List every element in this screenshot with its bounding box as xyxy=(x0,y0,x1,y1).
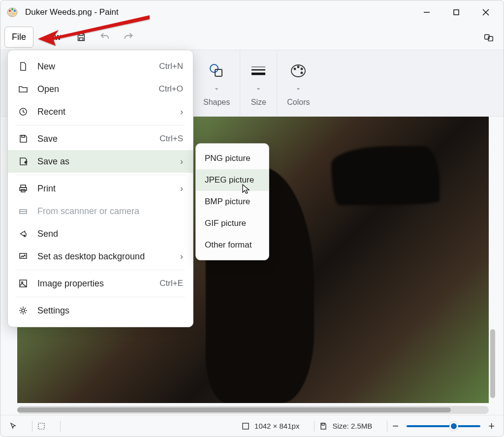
svg-rect-26 xyxy=(322,423,324,425)
redo-button[interactable] xyxy=(118,26,139,48)
menu-label: Save as xyxy=(37,156,69,167)
svg-point-5 xyxy=(10,13,13,15)
file-new-icon xyxy=(18,62,29,71)
menu-label: From scannner or camera xyxy=(37,206,139,217)
menu-item-save[interactable]: Save Ctrl+S xyxy=(8,127,193,150)
menu-label: Print xyxy=(37,184,56,194)
svg-point-36 xyxy=(22,309,25,312)
menu-item-open[interactable]: Open Ctrl+O xyxy=(8,78,193,100)
ribbon-group-shapes[interactable]: ⌄ Shapes xyxy=(193,50,240,116)
svg-point-14 xyxy=(210,64,218,72)
scanner-icon xyxy=(18,206,29,216)
file-menu-button[interactable]: File xyxy=(4,27,33,48)
menu-item-recent[interactable]: Recent › xyxy=(8,100,193,123)
menu-item-desktop-background[interactable]: Set as desktop background › xyxy=(8,245,193,268)
zoom-slider[interactable] xyxy=(407,425,480,427)
submenu-item-png[interactable]: PNG picture xyxy=(196,148,269,169)
line-size-icon xyxy=(250,60,267,82)
svg-rect-11 xyxy=(79,38,83,41)
image-properties-icon xyxy=(18,279,29,288)
save-as-submenu: PNG picture JPEG picture BMP picture GIF… xyxy=(195,143,269,260)
menu-item-image-properties[interactable]: Image properties Ctrl+E xyxy=(8,272,193,295)
shapes-icon xyxy=(208,60,225,82)
undo-button[interactable] xyxy=(94,26,116,48)
svg-point-23 xyxy=(301,72,303,73)
chevron-right-icon: › xyxy=(180,184,183,194)
close-button[interactable] xyxy=(480,6,492,18)
cursor-position-tool xyxy=(9,422,27,430)
ribbon-group-size[interactable]: ⌄ Size xyxy=(240,50,277,116)
window-controls xyxy=(421,6,498,18)
menubar: File ew xyxy=(0,24,504,50)
paint-app-icon xyxy=(6,6,18,18)
gear-icon xyxy=(18,306,29,315)
zoom-in-button[interactable]: + xyxy=(488,420,495,433)
chevron-down-icon: ⌄ xyxy=(256,84,261,91)
svg-point-1 xyxy=(9,10,11,12)
chevron-right-icon: › xyxy=(180,107,183,117)
menu-item-print[interactable]: Print › xyxy=(8,177,193,200)
submenu-item-gif[interactable]: GIF picture xyxy=(196,213,269,234)
palette-icon xyxy=(290,60,307,82)
svg-rect-24 xyxy=(38,423,44,429)
vertical-scrollbar[interactable] xyxy=(489,117,497,403)
svg-rect-10 xyxy=(79,33,83,36)
horizontal-scrollbar[interactable] xyxy=(17,406,489,414)
chevron-right-icon: › xyxy=(180,251,183,262)
menu-label: Recent xyxy=(37,107,65,117)
chevron-down-icon: ⌄ xyxy=(214,84,219,91)
menu-shortcut: Ctrl+S xyxy=(159,134,183,144)
window-title: Duker Weeds.png - Paint xyxy=(25,7,119,17)
svg-point-20 xyxy=(294,68,296,69)
save-as-icon xyxy=(18,156,29,166)
menu-item-new[interactable]: New Ctrl+N xyxy=(8,55,193,78)
svg-rect-7 xyxy=(454,10,459,15)
svg-point-3 xyxy=(14,10,16,12)
menu-label: Set as desktop background xyxy=(37,251,145,262)
ribbon-label: Size xyxy=(251,98,266,107)
svg-point-4 xyxy=(13,13,15,15)
zoom-controls: − + xyxy=(392,420,495,433)
svg-rect-28 xyxy=(22,135,25,137)
ribbon-group-colors[interactable]: ⌄ Colors xyxy=(277,50,319,116)
svg-point-22 xyxy=(301,68,303,69)
view-menu-button[interactable]: ew xyxy=(35,27,68,48)
svg-rect-30 xyxy=(20,187,27,190)
clock-icon xyxy=(18,107,29,117)
maximize-button[interactable] xyxy=(450,6,462,18)
menu-item-save-as[interactable]: Save as › xyxy=(8,150,193,173)
menu-label: Save xyxy=(37,134,58,144)
file-size: Size: 2.5MB xyxy=(319,422,382,430)
menu-label: Image properties xyxy=(37,279,104,289)
submenu-item-jpeg[interactable]: JPEG picture xyxy=(196,169,269,191)
selection-size xyxy=(37,422,55,430)
image-dimensions: 1042 × 841px xyxy=(242,422,309,430)
titlebar: Duker Weeds.png - Paint xyxy=(0,0,504,24)
menu-label: Settings xyxy=(37,306,69,316)
print-icon xyxy=(18,184,29,193)
zoom-out-button[interactable]: − xyxy=(392,420,399,433)
copilot-button[interactable] xyxy=(478,26,500,48)
share-icon xyxy=(18,229,29,239)
svg-point-2 xyxy=(11,8,13,10)
menu-label: New xyxy=(37,62,55,72)
save-toolbar-button[interactable] xyxy=(70,26,92,48)
menu-label: Send xyxy=(37,229,58,239)
minimize-button[interactable] xyxy=(421,6,433,18)
submenu-item-other[interactable]: Other format xyxy=(196,234,269,256)
menu-item-scanner: From scannner or camera xyxy=(8,200,193,222)
menu-shortcut: Ctrl+N xyxy=(159,62,183,71)
svg-rect-25 xyxy=(243,423,249,429)
chevron-right-icon: › xyxy=(180,156,183,167)
svg-point-21 xyxy=(298,66,299,67)
ribbon-label: Colors xyxy=(287,98,310,107)
file-size-text: Size: 2.5MB xyxy=(332,422,372,430)
submenu-item-bmp[interactable]: BMP picture xyxy=(196,191,269,213)
menu-label: Open xyxy=(37,84,59,94)
dimensions-text: 1042 × 841px xyxy=(254,422,299,430)
folder-icon xyxy=(18,84,29,94)
menu-item-settings[interactable]: Settings xyxy=(8,299,193,322)
menu-shortcut: Ctrl+O xyxy=(158,84,183,94)
menu-item-send[interactable]: Send xyxy=(8,222,193,245)
statusbar: 1042 × 841px Size: 2.5MB − + xyxy=(0,415,504,437)
